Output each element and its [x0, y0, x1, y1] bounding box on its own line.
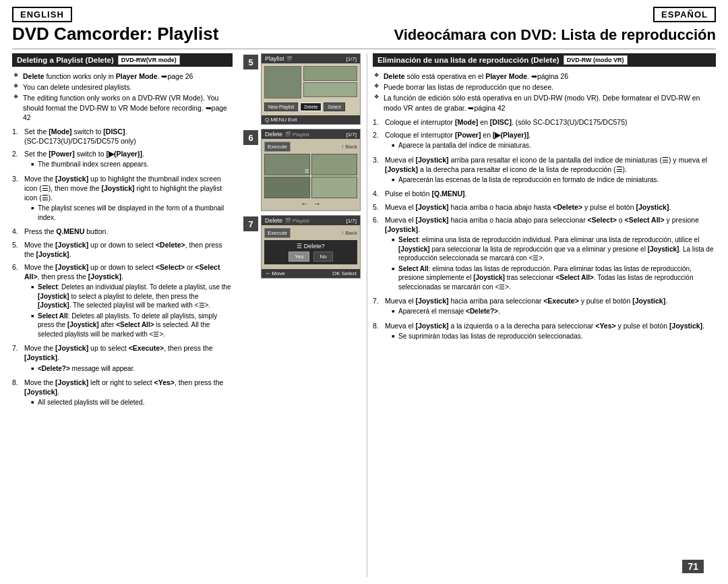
panel-7-footer: ↔ Move OK Select: [262, 269, 360, 278]
es-bullet-3: La función de edición sólo está operativ…: [374, 93, 716, 112]
panel-6-body: Execute ↑ Back ☰ ←: [262, 139, 360, 210]
en-step-2: 2. Set the [Power] switch to [▶(Player)]…: [12, 149, 233, 171]
es-step-6-sub2: Select All: elimina todas las listas de …: [392, 264, 716, 292]
es-step-3-sub: Aparecerán las escenas de la lista de re…: [392, 175, 716, 185]
en-step-6: 6. Move the [Joystick] up or down to sel…: [12, 262, 233, 340]
lang-badge-es: ESPAÑOL: [653, 7, 716, 22]
panel-5-body: New Playlist Delete Select: [262, 63, 360, 115]
dvd-badge-en: DVD-RW(VR mode): [118, 55, 180, 65]
en-steps: 1. Set the [Mode] switch to [DISC].(SC-D…: [12, 127, 233, 409]
en-step-8-sub: All selected playlists will be deleted.: [31, 398, 233, 407]
col-spanish: Eliminación de una lista de reproducción…: [367, 53, 716, 577]
panel-7-select: OK Select: [332, 270, 357, 276]
en-step-3: 3. Move the [Joystick] up to highlight t…: [12, 174, 233, 224]
en-step-2-sub: The thumbnail index screen appears.: [31, 160, 233, 169]
page: ENGLISH ESPAÑOL DVD Camcorder: Playlist …: [0, 0, 728, 584]
section-title-en: Deleting a Playlist (Delete): [17, 56, 114, 64]
col-english: Deleting a Playlist (Delete) DVD-RW(VR m…: [12, 53, 238, 577]
panel-6-wrapper: 6 Delete 🎬 Playlist [1/7] Execute ↑ Back: [243, 129, 361, 211]
main-content: Deleting a Playlist (Delete) DVD-RW(VR m…: [12, 53, 716, 577]
panel-6-number: 6: [243, 130, 258, 145]
es-bullets: Delete sólo está operativa en el Player …: [373, 71, 716, 113]
yes-btn[interactable]: Yes: [289, 252, 309, 262]
en-step-8: 8. Move the [Joystick] left or right to …: [12, 378, 233, 409]
en-step-1: 1. Set the [Mode] switch to [DISC].(SC-D…: [12, 127, 233, 146]
panel-6-screen: Delete 🎬 Playlist [1/7] Execute ↑ Back ☰: [261, 129, 361, 211]
es-step-4: 4. Pulse el botón [Q.MENU].: [373, 189, 716, 198]
delete-btn: Delete: [300, 103, 322, 111]
en-step-7-sub: <Delete?> message will appear.: [31, 364, 233, 374]
section-heading-es: Eliminación de una lista de reproducción…: [373, 53, 716, 67]
es-step-1: 1. Coloque el interruptor [Mode] en [DIS…: [373, 117, 716, 127]
select-btn[interactable]: Select: [324, 103, 344, 111]
es-steps: 1. Coloque el interruptor [Mode] en [DIS…: [373, 117, 716, 343]
es-step-8-sub: Se suprimirán todas las listas de reprod…: [392, 332, 716, 341]
panel-5-number: 5: [243, 55, 258, 69]
en-bullets: Delete function works only in Player Mod…: [12, 71, 233, 122]
panel-7-title: Delete 🎬 Playlist: [265, 217, 309, 224]
en-step-4: 4. Press the Q.MENU button.: [12, 227, 233, 236]
en-step-7: 7. Move the [Joystick] up to select <Exe…: [12, 343, 233, 374]
panel-7-header: Delete 🎬 Playlist [1/7]: [262, 216, 360, 225]
new-playlist-btn: New Playlist: [264, 103, 298, 111]
panel-5-header: Playlist 🎬 [1/7]: [262, 54, 360, 63]
title-es: Videocámara con DVD: Lista de reproducci…: [394, 26, 716, 44]
title-en: DVD Camcorder: Playlist: [12, 24, 218, 45]
lang-badge-en: ENGLISH: [12, 7, 72, 22]
panel-6-header: Delete 🎬 Playlist [1/7]: [262, 129, 360, 139]
panel-5-wrapper: 5 Playlist 🎬 [1/7]: [243, 53, 361, 125]
panel-5-footer-text: Q.MENU Exit: [265, 117, 297, 123]
panel-5-page: [1/7]: [346, 56, 357, 62]
panel-7-screen: Delete 🎬 Playlist [1/7] Execute ↑ Back ☰…: [261, 215, 361, 279]
panel-6-title: Delete 🎬 Playlist: [265, 131, 309, 138]
panel-7-number: 7: [243, 216, 258, 231]
panel-7-move: ↔ Move: [265, 270, 285, 276]
en-bullet-1: Delete function works only in Player Mod…: [13, 71, 233, 81]
en-step-6-sub2: Select All: Deletes all playlists. To de…: [31, 312, 233, 339]
title-row: DVD Camcorder: Playlist Videocámara con …: [12, 24, 716, 45]
en-step-5: 5. Move the [Joystick] up or down to sel…: [12, 240, 233, 259]
es-step-3: 3. Mueva el [Joystick] arriba para resal…: [373, 155, 716, 186]
es-step-7-sub: Aparecerá el mensaje <Delete?>.: [392, 307, 716, 316]
en-bullet-2: You can delete undesired playlists.: [13, 82, 233, 92]
en-step-3-sub: The playlist scenes will be displayed in…: [31, 204, 233, 222]
panel-5-screen: Playlist 🎬 [1/7] New Playlist: [261, 53, 361, 125]
screen-panels: 5 Playlist 🎬 [1/7]: [243, 53, 361, 577]
header-row: ENGLISH ESPAÑOL: [12, 7, 716, 22]
panel-7-page: [1/7]: [346, 218, 357, 224]
panel-5-menu: New Playlist Delete Select: [264, 103, 357, 111]
panel-5-title: Playlist 🎬: [265, 55, 293, 62]
es-bullet-2: Puede borrar las listas de reproducción …: [374, 82, 716, 92]
delete-dialog: ☰ Delete?: [267, 243, 355, 250]
es-step-2: 2. Coloque el interruptor [Power] en [▶(…: [373, 130, 716, 152]
panel-5-footer: Q.MENU Exit: [262, 115, 360, 124]
en-bullet-3: The editing function only works on a DVD…: [13, 93, 233, 122]
es-step-7: 7. Mueva el [Joystick] hacia arriba para…: [373, 296, 716, 318]
panel-7-wrapper: 7 Delete 🎬 Playlist [1/7] Execute ↑ Back…: [243, 215, 361, 279]
es-step-8: 8. Mueva el [Joystick] a la izquierda o …: [373, 321, 716, 343]
es-step-5: 5. Mueva el [Joystick] hacia arriba o ha…: [373, 202, 716, 212]
section-heading-en: Deleting a Playlist (Delete) DVD-RW(VR m…: [12, 53, 233, 67]
en-step-6-sub1: Select: Deletes an individual playlist. …: [31, 283, 233, 310]
no-btn[interactable]: No: [313, 252, 332, 262]
panel-7-body: Execute ↑ Back ☰ Delete? Yes No: [262, 225, 360, 269]
dvd-badge-es: DVD-RW (modo VR): [564, 55, 628, 65]
page-number-badge: 71: [682, 560, 704, 573]
es-step-6-sub1: Select: elimina una lista de reproducció…: [392, 235, 716, 263]
section-title-es: Eliminación de una lista de reproducción…: [377, 56, 559, 64]
panel-6-page: [1/7]: [346, 132, 357, 138]
es-bullet-1: Delete sólo está operativa en el Player …: [374, 71, 716, 81]
es-step-6: 6. Mueva el [Joystick] hacia arriba o ha…: [373, 215, 716, 293]
es-step-2-sub: Aparece la pantalla del índice de miniat…: [392, 141, 716, 150]
